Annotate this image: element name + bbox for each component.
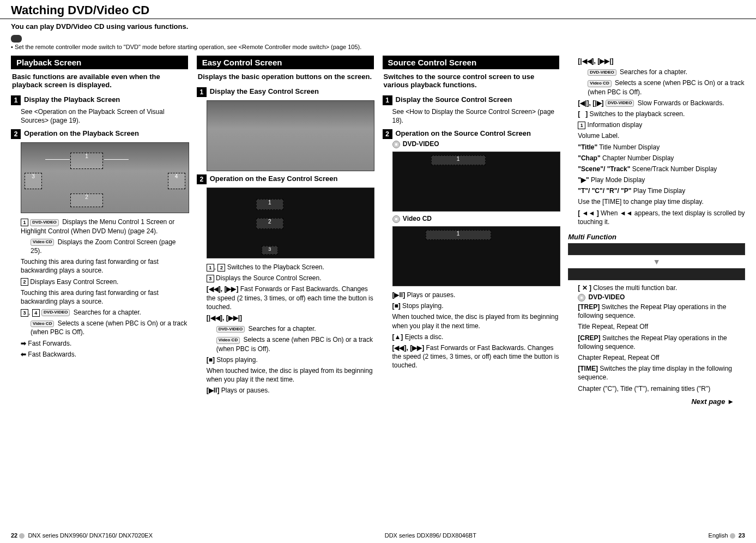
src-stop-text: Stops playing. <box>402 302 443 310</box>
step-2-num: 2 <box>11 129 21 139</box>
step-1-num: 1 <box>11 95 21 105</box>
easy-step-2-num: 2 <box>197 174 207 184</box>
item-2: 2 Displays Easy Control Screen. <box>11 276 188 287</box>
src-vcd-screenshot: 1 <box>392 226 561 286</box>
easy-step-2-title: Operation on the Easy Control Screen <box>210 174 338 183</box>
c4-vol: Volume Label. <box>568 130 745 141</box>
c4-time-btn-text: Switches the play time display in the fo… <box>578 365 732 381</box>
video-cd-icon-4: Video CD <box>588 80 611 87</box>
video-cd-icon-2: Video CD <box>31 321 54 328</box>
easy-stop: [■] Stops playing. <box>197 354 374 365</box>
next-page-link: Next page ► <box>568 397 745 406</box>
src-playpause-text: Plays or pauses. <box>407 291 456 299</box>
ref-2: 2 <box>21 278 28 286</box>
footer-right-lang: English <box>709 532 728 539</box>
item-34-dvd: Searches for a chapter. <box>74 309 141 316</box>
c4-title: "Title" Title Number Display <box>568 142 745 153</box>
c4-slow: [◀|], [|▶] DVD-VIDEO Slow Forwards or Ba… <box>568 98 745 108</box>
ref-3: 3 <box>21 309 28 317</box>
source-header: Source Control Screen <box>383 56 560 69</box>
item-2-touch: Touching this area during fast forwardin… <box>11 287 188 307</box>
c4-time-detail: Use the [TIME] to change play time displ… <box>568 196 745 207</box>
c4-scene: "Scene"/ "Track" Scene/Track Number Disp… <box>568 164 745 174</box>
right-arrow-icon: ➡ <box>21 340 26 347</box>
c4-switch-text: Switches to the playback screen. <box>590 110 685 118</box>
footer-left-text: DNX series DNX9960/ DNX7160/ DNX7020EX <box>28 532 153 539</box>
c4-playmode-text: Play Mode Display <box>591 176 645 184</box>
ff-row: ➡ Fast Forwards. <box>11 338 188 349</box>
c4-time-seq: Chapter ("C"), Title ("T"), remaining ti… <box>568 383 745 394</box>
multi-function-title: Multi Function <box>568 233 745 241</box>
src-eject-text: Ejects a disc. <box>405 333 444 341</box>
item-1-touch: Touching this area during fast forwardin… <box>11 256 188 276</box>
ref-1: 1 <box>21 219 28 226</box>
c4-scene-text: Scene/Track Number Display <box>632 165 717 173</box>
src-step-1-body: See <How to Display the Source Control S… <box>383 106 560 126</box>
c4-crep-seq: Chapter Repeat, Repeat Off <box>568 352 745 363</box>
c4-chap: "Chap" Chapter Number Display <box>568 153 745 164</box>
c4-close: [ ✕ ] Closes the multi function bar. <box>568 282 745 293</box>
c4-dvd-label: DVD-VIDEO <box>589 293 625 301</box>
c4-time: "T"/ "C"/ "R"/ "P" Play Time Display <box>568 185 745 196</box>
note-icon <box>11 35 22 43</box>
multi-bar-1 <box>568 243 745 255</box>
fb-row: ⬅ Fast Backwards. <box>11 349 188 360</box>
src-step-1-title: Display the Source Control Screen <box>396 95 512 104</box>
src-step-1-num: 1 <box>383 95 392 105</box>
step-2-title: Operation on the Playback Screen <box>24 129 139 137</box>
footer-mid-text: DDX series DDX896/ DDX8046BT <box>385 532 476 539</box>
c4-close-text: Closes the multi function bar. <box>593 284 677 292</box>
note-body: Set the remote controller mode switch to… <box>15 44 361 50</box>
disc-icon-3 <box>578 294 585 301</box>
c4-ref-1: 1 <box>578 122 585 129</box>
item-34: 3, 4 DVD-VIDEO Searches for a chapter. <box>11 307 188 318</box>
dvd-video-icon-2: DVD-VIDEO <box>41 309 70 316</box>
step-1-body: See <Operation on the Playback Screen of… <box>11 106 188 126</box>
easy-skip: [|◀◀], [▶▶|] <box>197 312 374 323</box>
easy-screenshot-1 <box>207 100 375 171</box>
source-subhead: Switches to the source control screen to… <box>383 69 560 92</box>
video-cd-label: Video CD <box>403 215 432 222</box>
c4-scroll-text: When ◄◄ appears, the text display is scr… <box>578 209 745 226</box>
easy-3-text: Displays the Source Control Screen. <box>216 274 321 282</box>
footer-bullet-1 <box>19 533 25 539</box>
c4-skip: [|◀◀], [▶▶|] <box>568 56 745 67</box>
col-easy-control: Easy Control Screen Displays the basic o… <box>197 56 374 406</box>
easy-step-1-title: Display the Easy Control Screen <box>210 87 319 95</box>
easy-screenshot-2: 1 2 3 <box>207 188 375 258</box>
easy-stop-text: Stops playing. <box>216 356 257 364</box>
easy-ref-1: 1 <box>207 264 214 272</box>
note-text: • Set the remote controller mode switch … <box>0 43 756 56</box>
easy-ref-3: 3 <box>207 275 214 282</box>
col-playback-screen: Playback Screen Basic functions are avai… <box>11 56 188 406</box>
c4-switch: [ ] Switches to the playback screen. <box>568 108 745 119</box>
c4-chap-text: Chapter Number Display <box>602 154 674 162</box>
easy-ffrw: [◀◀], [▶▶] Fast Forwards or Fast Backwar… <box>197 283 374 312</box>
c4-title-text: Title Number Display <box>599 143 660 151</box>
item-2-text: Displays Easy Control Screen. <box>30 278 118 286</box>
easy-ref-2: 2 <box>217 264 225 272</box>
src-stop-detail: When touched twice, the disc is played f… <box>383 311 560 331</box>
easy-playpause-text: Plays or pauses. <box>221 387 270 394</box>
ref-4: 4 <box>32 309 40 317</box>
src-ffrw: [◀◀], [▶▶] Fast Forwards or Fast Backwar… <box>383 342 560 371</box>
page-title: Watching DVD/Video CD <box>0 0 756 19</box>
src-playpause: [▶II] Plays or pauses. <box>383 289 560 300</box>
c4-slow-text: Slow Forwards or Backwards. <box>638 99 724 107</box>
item-34-vcd: Selects a scene (when PBC is On) or a tr… <box>31 319 187 336</box>
col-source-control: Source Control Screen Switches to the so… <box>383 56 560 406</box>
playback-header: Playback Screen <box>11 56 188 69</box>
easy-step-1-num: 1 <box>197 87 207 97</box>
src-dvd-screenshot: 1 <box>392 152 561 212</box>
footer-page-left: 22 <box>11 532 17 539</box>
c4-trep-seq: Title Repeat, Repeat Off <box>568 321 745 332</box>
easy-12-text: Switches to the Playback Screen. <box>227 263 324 271</box>
c4-time-text: Play Time Display <box>633 187 685 195</box>
intro-text: You can play DVD/Video CD using various … <box>0 22 756 33</box>
playback-subhead: Basic functions are available even when … <box>11 69 188 92</box>
dvd-video-icon: DVD-VIDEO <box>30 219 58 226</box>
item-1: 1 DVD-VIDEO Displays the Menu Control 1 … <box>11 216 188 236</box>
dvd-video-icon-4: DVD-VIDEO <box>588 69 616 76</box>
down-arrow-icon: ▼ <box>568 257 745 266</box>
dvd-video-label: DVD-VIDEO <box>403 140 439 148</box>
